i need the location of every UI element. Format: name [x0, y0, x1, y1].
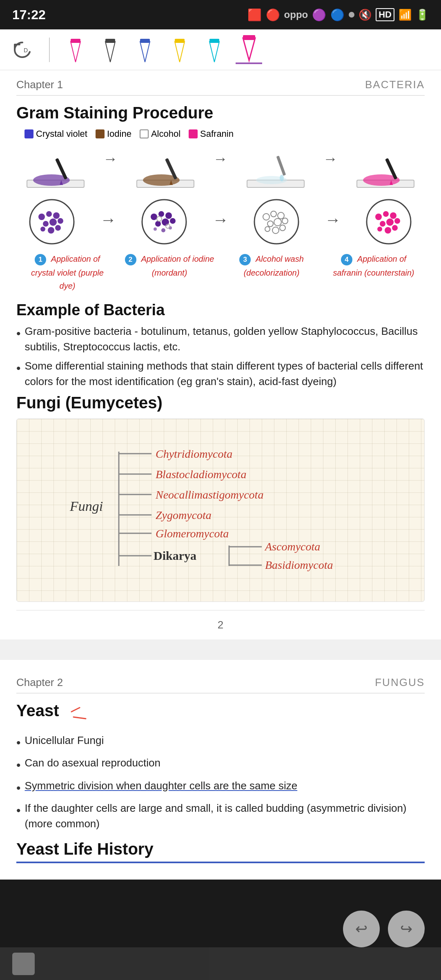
- app-icon-5: 🔵: [330, 8, 345, 22]
- page-2-header: Chapter 2 FUNGUS: [16, 668, 425, 693]
- svg-point-48: [154, 227, 157, 231]
- svg-rect-2: [71, 39, 80, 43]
- svg-rect-5: [105, 39, 115, 43]
- branch-zygo: Zygomycota: [156, 509, 212, 521]
- svg-point-46: [162, 218, 169, 226]
- svg-point-33: [46, 211, 52, 217]
- app-icon-1: 🟥: [247, 8, 262, 22]
- svg-point-39: [48, 227, 54, 234]
- legend-label-alcohol: Alcohol: [151, 129, 180, 139]
- micro-arrow-2: →: [212, 211, 229, 233]
- svg-point-69: [394, 218, 400, 224]
- pen-tool-5[interactable]: [201, 36, 227, 64]
- fungi-section: Fungi (Eumycetes) Fungi Chytridiomycota …: [16, 394, 425, 602]
- svg-text:D: D: [24, 47, 28, 53]
- bacteria-bullet-1: • Gram-positive bacteria - botulinum, te…: [16, 324, 425, 354]
- page-1-header: Chapter 1 BACTERIA: [16, 70, 425, 96]
- yeast-bullet-2: • Can do asexual reproduction: [16, 755, 425, 774]
- pen-tool-4[interactable]: [166, 36, 193, 64]
- legend-crystal-violet: Crystal violet: [24, 129, 87, 139]
- hd-badge: HD: [376, 8, 394, 21]
- svg-point-72: [392, 225, 398, 231]
- legend-safranin: Safranin: [189, 129, 234, 139]
- chapter-1-title: BACTERIA: [365, 78, 425, 91]
- fungi-tree-label: Fungi: [69, 499, 103, 514]
- svg-marker-12: [243, 38, 255, 60]
- svg-line-83: [71, 708, 80, 712]
- microscope-2: [141, 198, 188, 245]
- yeast-dot-3: •: [16, 779, 21, 797]
- pen-tool-2[interactable]: [97, 36, 123, 64]
- branch-asco: Ascomycota: [264, 540, 320, 553]
- legend-label-cv: Crystal violet: [36, 129, 87, 139]
- svg-point-64: [375, 214, 382, 220]
- step-1-label: 1 Application of crystal violet (purple …: [22, 252, 112, 292]
- signal-icon: 📶: [399, 9, 412, 21]
- svg-point-40: [55, 225, 61, 231]
- arrow-3: →: [323, 150, 338, 188]
- branch-chytrid: Chytridiomycota: [156, 448, 232, 460]
- svg-line-84: [74, 717, 86, 719]
- page-1: Chapter 1 BACTERIA Gram Staining Procedu…: [0, 70, 441, 639]
- undo-button[interactable]: D: [8, 36, 37, 64]
- step-text-2: Application of iodine (mordant): [141, 254, 214, 277]
- page-gap: [0, 639, 441, 660]
- branch-glomero: Glomeromycota: [156, 527, 229, 540]
- yeast-dot-4: •: [16, 802, 21, 831]
- pen-tool-3[interactable]: [131, 36, 158, 64]
- svg-point-45: [155, 221, 161, 227]
- app-icon-2: 🔴: [266, 8, 280, 22]
- svg-point-44: [165, 212, 172, 219]
- svg-rect-13: [243, 35, 255, 40]
- yeast-life-history-section: Yeast Life History: [16, 840, 425, 871]
- fungi-tree-svg: Fungi Chytridiomycota Blastocladiomycota…: [25, 431, 425, 586]
- svg-rect-25: [276, 156, 286, 176]
- svg-point-42: [151, 214, 157, 220]
- yeast-bullet-3: • Symmetric division when daughter cells…: [16, 778, 425, 797]
- chapter-2-label: Chapter 2: [16, 676, 63, 689]
- svg-point-36: [49, 218, 57, 226]
- status-icons: 🟥 🔴 oppo 🟣 🔵 🔇 HD 📶 🔋: [247, 8, 429, 22]
- svg-point-70: [377, 227, 382, 232]
- pen-tool-1[interactable]: [62, 36, 89, 64]
- gram-staining-section: Gram Staining Procedure Crystal violet I…: [16, 104, 425, 292]
- svg-point-71: [385, 227, 391, 234]
- svg-marker-1: [71, 42, 80, 62]
- micro-arrow-1: →: [100, 211, 116, 233]
- step-2-label: 2 Application of iodine (mordant): [125, 252, 214, 292]
- step-text-3: Alcohol wash (decolorization): [244, 254, 304, 277]
- yeast-title-container: Yeast: [16, 702, 425, 726]
- svg-point-43: [158, 211, 164, 217]
- svg-marker-4: [105, 42, 115, 62]
- svg-point-53: [254, 200, 298, 244]
- gram-step-1-slide: [25, 147, 86, 190]
- svg-point-66: [390, 212, 396, 219]
- yeast-bullet-text-3: Symmetric division when daughter cells a…: [25, 778, 298, 797]
- app-icon-3: oppo: [284, 9, 308, 20]
- gram-step-2-slide: [135, 147, 196, 190]
- battery-icon: 🔋: [416, 9, 429, 21]
- svg-point-67: [380, 221, 385, 227]
- yeast-bullet-text-4: If the daughter cells are large and smal…: [25, 801, 425, 831]
- bullet-dot-1: •: [16, 325, 21, 354]
- step-3-label: 3 Alcohol wash (decolorization): [227, 252, 316, 292]
- bullet-dot-2: •: [16, 359, 21, 389]
- svg-marker-6: [140, 42, 150, 62]
- yeast-deco: [67, 706, 92, 722]
- page-number-1: 2: [16, 610, 425, 639]
- gram-step-3-slide: [245, 147, 306, 190]
- legend-color-safranin: [189, 129, 198, 138]
- microscope-4: [365, 198, 412, 245]
- chapter-2-title: FUNGUS: [375, 676, 425, 689]
- svg-rect-9: [175, 39, 185, 43]
- chapter-1-label: Chapter 1: [16, 78, 63, 91]
- pen-tool-6-active[interactable]: [236, 36, 262, 64]
- fungi-title: Fungi (Eumycetes): [16, 394, 425, 412]
- legend-label-safranin: Safranin: [200, 129, 234, 139]
- step-num-1: 1: [35, 254, 46, 265]
- svg-marker-10: [209, 42, 219, 62]
- yeast-bullet-text-1: Unicellular Fungi: [25, 733, 104, 752]
- status-dot: [349, 12, 354, 18]
- status-bar: 17:22 🟥 🔴 oppo 🟣 🔵 🔇 HD 📶 🔋: [0, 0, 441, 29]
- yeast-title: Yeast: [16, 702, 59, 720]
